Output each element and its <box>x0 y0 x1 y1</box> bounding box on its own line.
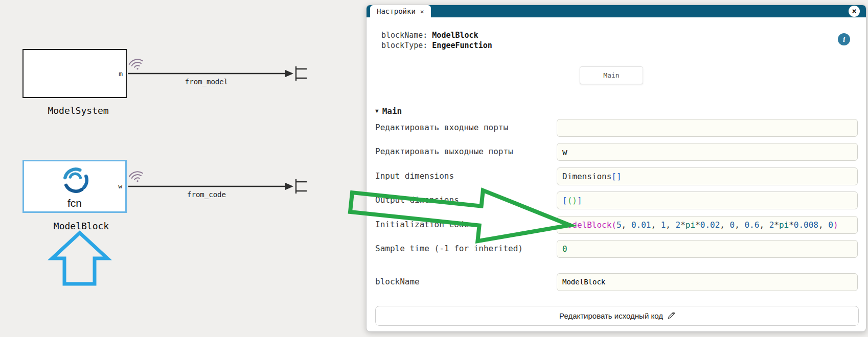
block-type-readout: blockType: EngeeFunction <box>381 41 492 50</box>
edit-source-code-label: Редактировать исходный код <box>559 311 663 320</box>
tab-main-button[interactable]: Main <box>580 66 643 84</box>
edit-source-code-button[interactable]: Редактировать исходный код <box>375 306 859 326</box>
block-name-key: blockName: <box>381 31 432 40</box>
initialization-code-label: Initialization code <box>375 220 469 229</box>
block-name-value: ModelBlock <box>432 31 478 40</box>
sample-time-label: Sample time (-1 for inherited) <box>375 244 523 253</box>
info-icon[interactable]: i <box>838 33 850 45</box>
block-type-value: EngeeFunction <box>432 41 492 50</box>
block-name-label: blockName <box>375 277 420 286</box>
block-name-modelblock: ModelBlock <box>28 221 135 231</box>
signal-label-from-model: from_model <box>185 78 228 86</box>
initialization-code-input[interactable]: ModelBlock(5, 0.01, 1, 2*pi*0.02, 0, 0.6… <box>557 216 858 234</box>
pencil-icon <box>667 312 675 320</box>
edit-output-ports-label: Редактировать выходные порты <box>375 147 513 156</box>
settings-panel: Настройки × × blockName: ModelBlock bloc… <box>366 5 866 332</box>
panel-close-button[interactable]: × <box>849 6 860 17</box>
edit-input-ports-label: Редактировать входные порты <box>375 123 508 132</box>
output-port-label: m <box>119 70 123 78</box>
block-name-input[interactable]: ModelBlock <box>557 273 858 291</box>
output-dimensions-label: Output dimensions <box>375 195 459 205</box>
output-dimensions-input[interactable]: [()] <box>557 191 858 209</box>
block-inner-label-fcn: fcn <box>24 197 125 209</box>
signal-line-from-model[interactable]: from_model <box>128 66 307 86</box>
wifi-signal-icon[interactable] <box>128 171 144 184</box>
sink-port-icon <box>296 66 307 81</box>
edit-input-ports-input[interactable] <box>557 119 858 137</box>
block-name-readout: blockName: ModelBlock <box>381 31 478 40</box>
block-modelblock[interactable]: fcn w <box>22 160 127 213</box>
input-dimensions-input[interactable]: Dimensions[] <box>557 167 858 185</box>
tab-settings-label: Настройки <box>377 7 416 15</box>
tab-settings[interactable]: Настройки × <box>370 5 431 17</box>
sink-port-icon <box>296 179 307 194</box>
input-dimensions-label: Input dimensions <box>375 171 454 181</box>
edit-output-ports-input[interactable]: w <box>557 143 858 161</box>
section-header-main[interactable]: ▼Main <box>375 106 402 116</box>
chevron-down-icon: ▼ <box>375 108 379 114</box>
panel-header-bar: Настройки × × <box>367 5 866 17</box>
block-name-modelsystem: ModelSystem <box>25 105 132 116</box>
block-type-key: blockType: <box>381 41 432 50</box>
output-port-label: w <box>118 182 122 190</box>
sample-time-input[interactable]: 0 <box>557 240 858 258</box>
block-modelsystem[interactable]: m <box>22 49 127 98</box>
tab-close-icon[interactable]: × <box>420 8 424 15</box>
engee-model-canvas: from_model from_code m ModelSystem <box>0 0 868 337</box>
signal-label-from-code: from_code <box>187 190 226 199</box>
signal-line-from-code[interactable]: from_code <box>128 179 307 199</box>
signal-arrowhead <box>285 70 293 77</box>
section-title: Main <box>382 106 402 116</box>
blue-up-arrow-annotation <box>52 233 107 284</box>
signal-arrowhead <box>285 183 293 190</box>
wifi-signal-icon[interactable] <box>128 58 144 71</box>
engee-function-logo-icon <box>61 165 90 195</box>
